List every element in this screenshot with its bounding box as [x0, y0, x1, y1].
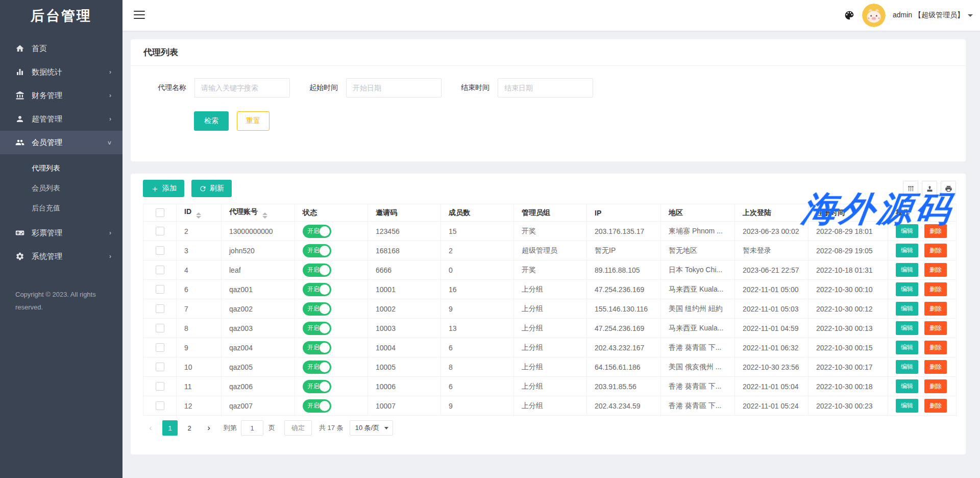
next-page-button[interactable]: ›	[201, 420, 216, 436]
cell-region: 香港 葵青區 下...	[661, 396, 735, 416]
columns-icon	[907, 185, 915, 193]
status-toggle[interactable]: 开启	[303, 264, 331, 277]
cell-last-login: 2022-10-30 23:56	[735, 357, 808, 377]
per-page-select[interactable]: 10 条/页	[350, 420, 394, 436]
cell-reg-time: 2022-10-30 00:15	[808, 338, 888, 357]
delete-button[interactable]: 删除	[924, 263, 947, 277]
user-menu[interactable]: admin 【超级管理员】	[893, 11, 973, 20]
table-row: 12 qaz007 开启 10007 9 上分组 202.43.234.59 香…	[143, 396, 957, 416]
delete-button[interactable]: 删除	[924, 302, 947, 316]
delete-button[interactable]: 删除	[924, 244, 947, 257]
edit-button[interactable]: 编辑	[896, 282, 918, 296]
agent-name-input[interactable]	[194, 78, 290, 98]
add-button[interactable]: ＋ 添加	[143, 180, 184, 197]
row-checkbox[interactable]	[156, 382, 164, 391]
sidebar-toggle-button[interactable]	[134, 11, 145, 20]
edit-button[interactable]: 编辑	[896, 379, 918, 393]
page-button-1[interactable]: 1	[162, 420, 178, 436]
theme-palette-icon[interactable]	[844, 10, 855, 21]
refresh-button[interactable]: 刷新	[191, 180, 232, 197]
status-toggle-label: 开启	[307, 266, 320, 274]
cell-member-count: 9	[441, 299, 514, 319]
columns-filter-button[interactable]	[903, 181, 918, 196]
status-toggle[interactable]: 开启	[303, 380, 331, 393]
export-button[interactable]	[922, 181, 937, 196]
sidebar-item-label: 系统管理	[32, 252, 62, 261]
status-toggle[interactable]: 开启	[303, 399, 331, 413]
cell-last-login: 2022-11-01 05:03	[735, 299, 808, 319]
row-checkbox[interactable]	[156, 363, 164, 371]
table-row: 8 qaz003 开启 10003 13 上分组 47.254.236.169 …	[143, 319, 957, 338]
sidebar-item-members[interactable]: 会员管理 ˅	[0, 131, 122, 154]
edit-button[interactable]: 编辑	[896, 263, 918, 277]
status-toggle[interactable]: 开启	[303, 361, 331, 374]
edit-button[interactable]: 编辑	[896, 341, 918, 354]
submenu-item-agent-list[interactable]: 代理列表	[0, 158, 122, 178]
cell-member-count: 15	[441, 222, 514, 241]
delete-button[interactable]: 删除	[924, 282, 947, 296]
cell-ip: 47.254.236.169	[587, 319, 661, 338]
col-header-id[interactable]: ID	[177, 204, 222, 222]
goto-page-input[interactable]	[241, 420, 263, 436]
select-all-checkbox[interactable]	[156, 208, 164, 217]
sort-icon[interactable]	[196, 212, 201, 219]
row-checkbox[interactable]	[156, 266, 164, 274]
start-date-input[interactable]	[346, 78, 442, 98]
gamepad-icon	[15, 228, 24, 237]
row-checkbox[interactable]	[156, 324, 164, 332]
delete-button[interactable]: 删除	[924, 321, 947, 335]
cell-reg-time: 2022-08-29 18:01	[808, 222, 888, 241]
submenu-item-backend-recharge[interactable]: 后台充值	[0, 198, 122, 218]
edit-button[interactable]: 编辑	[896, 360, 918, 374]
status-toggle[interactable]: 开启	[303, 341, 331, 354]
cell-id: 4	[177, 260, 222, 280]
row-checkbox[interactable]	[156, 343, 164, 352]
delete-button[interactable]: 删除	[924, 399, 947, 413]
cell-last-login: 2022-11-01 06:32	[735, 338, 808, 357]
row-checkbox[interactable]	[156, 401, 164, 410]
sidebar-item-system[interactable]: 系统管理 ›	[0, 245, 122, 268]
goto-confirm-button[interactable]: 确定	[284, 420, 312, 436]
sidebar-item-home[interactable]: 首页	[0, 37, 122, 60]
cell-id: 8	[177, 319, 222, 338]
status-toggle[interactable]: 开启	[303, 283, 331, 296]
sidebar-item-superadmin[interactable]: 超管管理 ›	[0, 107, 122, 131]
edit-button[interactable]: 编辑	[896, 302, 918, 316]
edit-button[interactable]: 编辑	[896, 321, 918, 335]
col-header-account[interactable]: 代理账号	[222, 204, 295, 222]
cell-invite-code: 10003	[368, 319, 441, 338]
delete-button[interactable]: 删除	[924, 379, 947, 393]
delete-button[interactable]: 删除	[924, 341, 947, 354]
col-header-group: 管理员组	[514, 204, 587, 222]
search-button[interactable]: 检索	[194, 111, 229, 131]
print-button[interactable]	[941, 181, 956, 196]
status-toggle[interactable]: 开启	[303, 225, 331, 238]
avatar[interactable]	[862, 4, 886, 27]
edit-button[interactable]: 编辑	[896, 244, 918, 257]
submenu-item-member-list[interactable]: 会员列表	[0, 178, 122, 198]
page-button-2[interactable]: 2	[182, 420, 197, 436]
cell-member-count: 0	[441, 260, 514, 280]
edit-button[interactable]: 编辑	[896, 399, 918, 413]
sidebar-item-lottery[interactable]: 彩票管理 ›	[0, 221, 122, 245]
status-toggle[interactable]: 开启	[303, 244, 331, 257]
sort-icon[interactable]	[262, 212, 267, 219]
row-checkbox[interactable]	[156, 246, 164, 255]
edit-button[interactable]: 编辑	[896, 224, 918, 238]
reset-button[interactable]: 重置	[237, 111, 270, 131]
status-toggle[interactable]: 开启	[303, 322, 331, 335]
row-checkbox[interactable]	[156, 227, 164, 235]
delete-button[interactable]: 删除	[924, 224, 947, 238]
total-count-label: 共 17 条	[319, 423, 344, 433]
row-checkbox[interactable]	[156, 304, 164, 313]
sidebar-item-finance[interactable]: 财务管理 ›	[0, 84, 122, 107]
sidebar-item-stats[interactable]: 数据统计 ›	[0, 60, 122, 84]
status-toggle[interactable]: 开启	[303, 302, 331, 316]
row-checkbox[interactable]	[156, 285, 164, 294]
delete-button[interactable]: 删除	[924, 360, 947, 374]
chevron-down-icon: ˅	[108, 139, 111, 147]
end-date-input[interactable]	[498, 78, 593, 98]
toggle-knob-icon	[320, 284, 330, 295]
prev-page-button[interactable]: ‹	[143, 420, 158, 436]
cell-region: 日本 Tokyo Chi...	[661, 260, 735, 280]
